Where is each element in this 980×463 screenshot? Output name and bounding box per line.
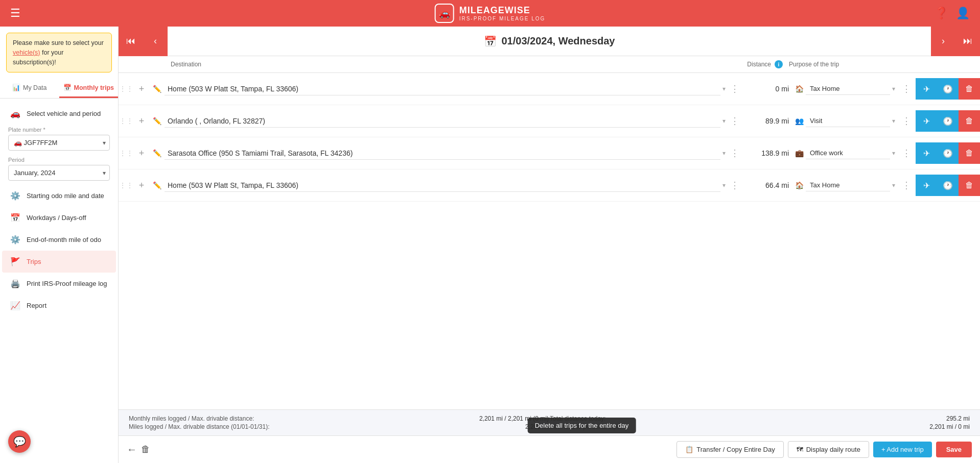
trip-action-buttons: ✈ 🕐 🗑 — [916, 78, 980, 100]
prev-icon: ‹ — [154, 36, 157, 46]
add-stop-button[interactable]: + — [134, 148, 149, 159]
clock-button[interactable]: 🕐 — [937, 110, 959, 132]
destination-input[interactable] — [165, 147, 720, 160]
plane-button[interactable]: ✈ — [916, 175, 937, 196]
drag-handle[interactable]: ⋮⋮ — [119, 181, 134, 189]
purpose-more-button[interactable]: ⋮ — [897, 148, 916, 159]
nav-next-button[interactable]: › — [931, 27, 955, 56]
starting-odo-label: Starting odo mile and date — [27, 192, 104, 200]
save-button[interactable]: Save — [936, 442, 972, 457]
distance-value: 66.4 mi — [744, 181, 795, 189]
period-select[interactable]: January, 2024 — [8, 165, 110, 181]
odo-icon: ⚙️ — [10, 191, 20, 201]
purpose-dropdown-icon: ▾ — [892, 85, 895, 92]
tab-monthly-trips[interactable]: 📅 Monthly trips — [59, 79, 119, 98]
purpose-more-button[interactable]: ⋮ — [897, 115, 916, 127]
delete-trip-button[interactable]: 🗑 — [959, 175, 980, 196]
row-more-button[interactable]: ⋮ — [726, 180, 744, 191]
plane-button[interactable]: ✈ — [916, 142, 937, 164]
sidebar-item-workdays[interactable]: 📅 Workdays / Days-off — [2, 207, 116, 229]
business-value: 2,201 mi / 0 mi — [929, 423, 970, 430]
purpose-dropdown-icon: ▾ — [892, 117, 895, 125]
date-title: 📅 01/03/2024, Wednesday — [484, 35, 615, 47]
purpose-icon: 💼 — [795, 149, 804, 157]
help-button[interactable]: ❓ — [935, 7, 948, 20]
total-distance-label: Total distance today: — [550, 415, 605, 422]
purpose-more-button[interactable]: ⋮ — [897, 180, 916, 191]
sidebar-item-trips[interactable]: 🚩 Trips — [2, 251, 116, 273]
last-page-icon: ⏭ — [963, 36, 972, 46]
purpose-more-button[interactable]: ⋮ — [897, 83, 916, 94]
period-select-wrapper[interactable]: January, 2024 — [8, 165, 110, 181]
display-route-button[interactable]: 🗺 Display daily route — [788, 441, 869, 458]
drag-handle[interactable]: ⋮⋮ — [119, 149, 134, 157]
delete-trip-button[interactable]: 🗑 — [959, 110, 980, 132]
plate-select-wrapper[interactable]: 🚗 JGF7FF2M — [8, 135, 110, 151]
clock-button[interactable]: 🕐 — [937, 142, 959, 164]
my-data-label: My Data — [23, 84, 47, 91]
sidebar-item-report[interactable]: 📈 Report — [2, 295, 116, 316]
edit-stop-button[interactable]: ✏️ — [149, 149, 165, 157]
report-icon: 📈 — [10, 301, 20, 310]
tab-my-data[interactable]: 📊 My Data — [0, 79, 59, 98]
purpose-dropdown-icon: ▾ — [892, 182, 895, 189]
row-more-button[interactable]: ⋮ — [726, 83, 744, 94]
edit-stop-button[interactable]: ✏️ — [149, 181, 165, 189]
destination-input[interactable] — [165, 115, 720, 128]
purpose-select[interactable]: Office work — [806, 147, 890, 159]
hamburger-button[interactable]: ☰ — [10, 7, 20, 20]
alert-text: Please make sure to select your — [13, 39, 104, 46]
drag-handle[interactable]: ⋮⋮ — [119, 85, 134, 93]
add-stop-button[interactable]: + — [134, 116, 149, 127]
sidebar-tabs: 📊 My Data 📅 Monthly trips — [0, 79, 118, 99]
period-form-group: Period January, 2024 — [0, 155, 118, 185]
nav-last-button[interactable]: ⏭ — [955, 27, 980, 56]
nav-first-button[interactable]: ⏮ — [119, 27, 143, 56]
drag-handle[interactable]: ⋮⋮ — [119, 117, 134, 125]
plate-select[interactable]: 🚗 JGF7FF2M — [8, 135, 110, 151]
delete-trip-button[interactable]: 🗑 — [959, 142, 980, 164]
add-trip-label: + Add new trip — [881, 446, 924, 453]
route-icon: 🗺 — [797, 446, 803, 453]
transfer-copy-button[interactable]: 📋 Transfer / Copy Entire Day — [676, 441, 783, 458]
back-button[interactable]: ← — [127, 444, 137, 455]
nav-prev-button[interactable]: ‹ — [143, 27, 168, 56]
chat-fab-button[interactable]: 💬 — [8, 430, 31, 453]
purpose-select[interactable]: Tax Home — [806, 83, 890, 95]
purpose-select-wrapper[interactable]: Office work — [806, 147, 890, 159]
top-nav: ☰ 🚗 MILEAGEWISE IRS-PROOF MILEAGE LOG ❓ … — [0, 0, 980, 27]
purpose-select[interactable]: Visit — [806, 115, 890, 127]
vehicle-link[interactable]: vehicle(s) — [13, 49, 40, 56]
add-new-trip-button[interactable]: + Add new trip — [873, 442, 932, 457]
add-stop-button[interactable]: + — [134, 84, 149, 94]
plane-button[interactable]: ✈ — [916, 78, 937, 100]
sidebar-item-print[interactable]: 🖨️ Print IRS-Proof mileage log — [2, 273, 116, 295]
my-data-icon: 📊 — [12, 84, 20, 91]
distance-value: 89.9 mi — [744, 117, 795, 125]
purpose-select-wrapper[interactable]: Visit — [806, 115, 890, 127]
user-button[interactable]: 👤 — [956, 7, 970, 20]
sidebar-item-end-of-month[interactable]: ⚙️ End-of-month mile of odo — [2, 229, 116, 251]
purpose-select-wrapper[interactable]: Tax Home — [806, 83, 890, 95]
purpose-select[interactable]: Tax Home — [806, 179, 890, 191]
row-more-button[interactable]: ⋮ — [726, 148, 744, 159]
display-route-label: Display daily route — [806, 446, 860, 453]
plane-button[interactable]: ✈ — [916, 110, 937, 132]
distance-info-icon[interactable]: i — [775, 60, 783, 68]
delete-trip-button[interactable]: 🗑 — [959, 78, 980, 100]
edit-stop-button[interactable]: ✏️ — [149, 85, 165, 93]
plate-form-group: Plate number * 🚗 JGF7FF2M — [0, 125, 118, 155]
plate-label: Plate number * — [8, 127, 110, 133]
add-stop-button[interactable]: + — [134, 180, 149, 191]
clock-button[interactable]: 🕐 — [937, 175, 959, 196]
destination-input[interactable] — [165, 83, 720, 95]
purpose-select-wrapper[interactable]: Tax Home — [806, 179, 890, 191]
sidebar-item-starting-odo[interactable]: ⚙️ Starting odo mile and date — [2, 185, 116, 207]
clock-button[interactable]: 🕐 — [937, 78, 959, 100]
hamburger-icon: ☰ — [10, 7, 20, 19]
sidebar-item-select-vehicle[interactable]: 🚗 Select vehicle and period — [2, 103, 116, 125]
row-more-button[interactable]: ⋮ — [726, 115, 744, 127]
delete-day-button[interactable]: 🗑 — [141, 444, 150, 455]
destination-input[interactable] — [165, 179, 720, 192]
edit-stop-button[interactable]: ✏️ — [149, 117, 165, 125]
